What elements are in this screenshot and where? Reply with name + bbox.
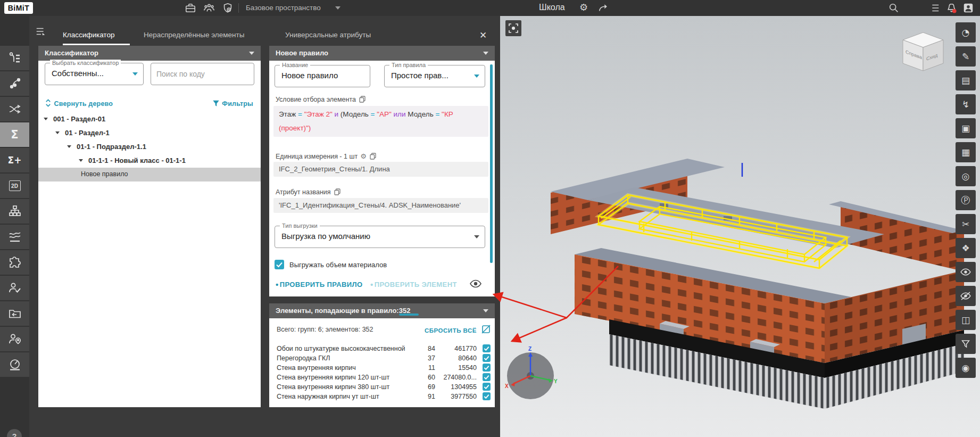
dashboard-gauge-icon[interactable] (0, 352, 29, 377)
parking-icon[interactable]: Ⓟ (956, 190, 976, 210)
help-button[interactable]: ? (7, 429, 22, 437)
charts-icon[interactable] (0, 225, 29, 249)
export-type-select[interactable]: Тип выгрузки Выгрузка по умолчанию (275, 226, 485, 248)
team-icon[interactable] (203, 2, 215, 14)
search-icon[interactable] (887, 2, 900, 14)
locate-icon[interactable]: ◎ (956, 166, 976, 186)
check-rule-button[interactable]: •ПРОВЕРИТЬ ПРАВИЛО (276, 280, 363, 289)
clear-checkboxes-icon[interactable] (481, 325, 491, 336)
element-row[interactable]: Обои по штукатурке высококачественной 84… (269, 344, 495, 353)
search-input[interactable] (156, 64, 244, 84)
gear-icon[interactable]: ⚙ (360, 152, 367, 160)
collapse-tree-button[interactable]: Свернуть дерево (45, 98, 113, 108)
mapping-icon[interactable] (0, 97, 29, 121)
grid-icon[interactable]: ▦ (956, 142, 976, 162)
section-icon[interactable]: ◔ (956, 22, 976, 43)
row-checkbox[interactable] (483, 364, 491, 372)
row-checkbox[interactable] (483, 383, 491, 391)
rule-name-field[interactable]: Название Новое правило (275, 65, 370, 87)
shield-user-icon[interactable] (221, 2, 234, 14)
tree-item[interactable]: 01-1-1 - Новый класс - 01-1-1 (38, 154, 261, 168)
share-icon[interactable] (597, 2, 610, 14)
tree-item-selected[interactable]: Новое правило (38, 168, 261, 182)
add-rule-sigma-icon[interactable]: Σ+ (0, 148, 29, 172)
rule-panel-header[interactable]: Новое правило (269, 46, 495, 61)
materials-checkbox[interactable] (275, 260, 284, 269)
tab-classifier[interactable]: Классификатор (63, 31, 114, 39)
collapse-caret-icon[interactable] (483, 52, 488, 55)
rules-sigma-icon[interactable]: Σ (0, 122, 29, 147)
vertical-scrollbar[interactable] (490, 64, 493, 263)
measure-icon[interactable]: ▤ (956, 70, 976, 90)
user-location-icon[interactable] (0, 327, 29, 351)
tree-expand-icon[interactable] (79, 159, 83, 162)
row-checkbox[interactable] (483, 354, 491, 362)
row-checkbox[interactable] (483, 344, 491, 352)
hide-eye-icon[interactable] (956, 286, 976, 306)
element-row[interactable]: Стена внутренняя кирпич 120 шт-шт 60 274… (269, 373, 495, 382)
tree-expand-icon[interactable] (67, 145, 71, 148)
user-check-icon[interactable] (0, 276, 29, 300)
clash-icon[interactable]: ↯ (956, 94, 976, 114)
shell-icon[interactable]: ◉ (956, 358, 976, 378)
orbit-gizmo[interactable]: Z X Y (505, 346, 558, 399)
drawings-2d-icon[interactable]: 2D (0, 174, 29, 198)
element-row[interactable]: Стена внутренняя кирпич 380 шт-шт 69 130… (269, 382, 495, 392)
unit-value[interactable]: IFC_2_Геометрия_Стены/1. Длина (273, 162, 488, 177)
elements-panel-header[interactable]: Элементы, попадающие в правило:352 (269, 303, 495, 318)
close-icon[interactable]: ✕ (479, 30, 487, 41)
account-icon[interactable] (962, 2, 975, 14)
tree-item[interactable]: 01-1 - Подраздел-1.1 (38, 140, 261, 154)
workspace-selector[interactable]: Базовое пространство (246, 4, 321, 12)
condition-expression[interactable]: Этаж = "Этаж 2" и (Модель = "АР" или Мод… (273, 106, 488, 137)
tree-item[interactable]: 001 - Раздел-01 (38, 112, 261, 126)
3d-viewport[interactable]: Z X Y Справа Схид ◔ ✎ ▤ ↯ ▣ ▦ ◎ Ⓟ ✂ ❖ ◫ … (500, 16, 980, 437)
export-folder-icon[interactable] (0, 301, 29, 326)
structure-icon[interactable] (0, 199, 29, 224)
relations-icon[interactable] (0, 71, 29, 96)
settings-gear-icon[interactable]: ⚙ (577, 1, 590, 14)
notifications-bell-icon[interactable] (945, 2, 958, 14)
element-row[interactable]: Стена наружная кирпич ут шт-шт 91 397755… (269, 392, 495, 401)
classifier-panel-header[interactable]: Классификатор (38, 46, 261, 61)
plugins-icon[interactable] (0, 250, 29, 275)
classifier-select[interactable]: Выбрать классификатор Собственны... (45, 63, 144, 85)
attribute-value[interactable]: 'IFC_1_Идентификация_Стены/4. ADSK_Наиме… (273, 198, 488, 213)
cut-icon[interactable]: ✂ (956, 214, 976, 234)
horizontal-scrollbar[interactable] (399, 314, 419, 316)
check-element-button[interactable]: •ПРОВЕРИТЬ ЭЛЕМЕНТ (370, 280, 457, 289)
row-checkbox[interactable] (483, 392, 491, 400)
tab-unallocated-elements[interactable]: Нераспределённые элементы (144, 31, 244, 39)
tab-universal-attributes[interactable]: Универсальные атрибуты (285, 31, 371, 39)
volume-icon[interactable]: ▣ (956, 118, 976, 138)
element-row[interactable]: Стена внутренняя кирпич 11 15540 (269, 363, 495, 373)
show-eye-icon[interactable] (956, 262, 976, 282)
menu-list-icon[interactable] (928, 2, 941, 14)
panel-menu-icon[interactable] (35, 25, 47, 38)
app-logo[interactable]: BiMiT (4, 2, 33, 14)
copy-icon[interactable] (359, 96, 366, 104)
markup-icon[interactable]: ✎ (956, 46, 976, 67)
collapse-caret-icon[interactable] (483, 309, 488, 312)
views-icon[interactable]: ❖ (956, 238, 976, 258)
filters-button[interactable]: Фильтры (212, 98, 253, 108)
collapse-caret-icon[interactable] (249, 52, 254, 55)
row-checkbox[interactable] (483, 373, 491, 381)
view-cube[interactable]: Справа Схид (903, 32, 943, 71)
isolate-icon[interactable]: ◫ (956, 310, 976, 330)
rule-type-select[interactable]: Тип правила Простое прав... (384, 65, 485, 87)
code-search-field[interactable] (151, 63, 254, 85)
copy-icon[interactable] (370, 153, 376, 161)
visibility-eye-icon[interactable] (469, 279, 482, 291)
workspace-caret-icon[interactable] (335, 6, 340, 10)
tree-item[interactable]: 01 - Раздел-1 (38, 126, 261, 140)
reset-all-button[interactable]: СБРОСИТЬ ВСЁ (425, 325, 477, 335)
tree-expand-icon[interactable] (55, 131, 60, 134)
select-caret-icon[interactable] (474, 235, 479, 238)
building-model[interactable]: Z X Y Справа Схид (500, 16, 980, 437)
classifier-tree-icon[interactable] (0, 46, 29, 70)
tree-expand-icon[interactable] (44, 118, 48, 120)
briefcase-icon[interactable] (184, 2, 197, 14)
select-caret-icon[interactable] (474, 75, 479, 78)
select-caret-icon[interactable] (132, 72, 138, 76)
